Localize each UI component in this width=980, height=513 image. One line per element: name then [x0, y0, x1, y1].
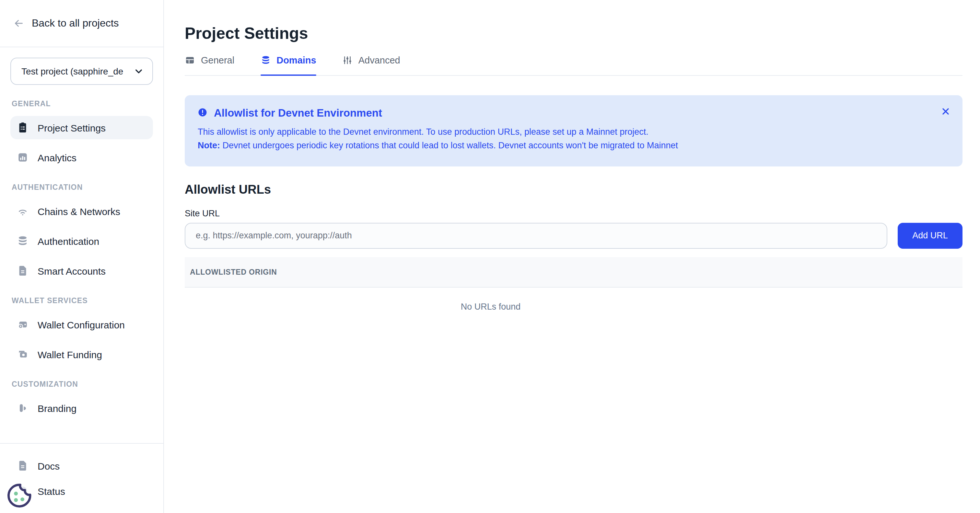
branding-icon — [17, 402, 29, 414]
tab-label: General — [201, 54, 234, 67]
section-label-general: GENERAL — [12, 100, 153, 108]
file-icon — [17, 265, 29, 276]
project-selector-value: Test project (sapphire_de — [21, 66, 123, 76]
database-icon — [17, 235, 29, 247]
sidebar-item-docs[interactable]: Docs — [10, 454, 153, 477]
sidebar-item-label: Wallet Configuration — [38, 319, 125, 330]
banner-note-text: Devnet undergoes periodic key rotations … — [220, 141, 678, 150]
banner-note-label: Note: — [198, 141, 220, 150]
banner-line-1: This allowlist is only applicable to the… — [198, 125, 950, 139]
close-icon[interactable] — [940, 106, 951, 117]
grid-icon — [185, 55, 195, 65]
banner-title-row: Allowlist for Devnet Environment — [198, 106, 950, 120]
allowlisted-origin-column-header: ALLOWLISTED ORIGIN — [190, 268, 277, 276]
sidebar: Back to all projects Test project (sapph… — [0, 0, 164, 513]
sidebar-item-label: Project Settings — [38, 122, 106, 133]
url-input-row: Add URL — [185, 222, 963, 248]
project-selector-dropdown[interactable]: Test project (sapphire_de — [10, 58, 153, 85]
banner-body: This allowlist is only applicable to the… — [198, 125, 950, 152]
sidebar-item-label: Analytics — [38, 152, 76, 163]
wifi-icon — [17, 205, 29, 217]
tab-advanced[interactable]: Advanced — [342, 54, 400, 75]
sidebar-item-authentication[interactable]: Authentication — [10, 229, 153, 253]
page-title: Project Settings — [185, 23, 963, 43]
sidebar-item-label: Smart Accounts — [38, 265, 106, 276]
section-label-customization: CUSTOMIZATION — [12, 380, 153, 388]
back-link-label: Back to all projects — [32, 17, 119, 29]
banner-line-2: Note: Devnet undergoes periodic key rota… — [198, 139, 950, 152]
sidebar-nav: GENERAL Project Settings Analytics AUTHE… — [0, 96, 163, 422]
cookie-consent-icon[interactable] — [6, 482, 33, 509]
tab-label: Domains — [277, 54, 316, 67]
sidebar-item-wallet-configuration[interactable]: Wallet Configuration — [10, 313, 153, 336]
sidebar-item-label: Wallet Funding — [38, 349, 102, 360]
sidebar-item-label: Status — [38, 486, 65, 497]
sidebar-item-label: Branding — [38, 403, 76, 414]
sidebar-item-project-settings[interactable]: Project Settings — [10, 116, 153, 139]
section-label-authentication: AUTHENTICATION — [12, 183, 153, 191]
alert-circle-icon — [198, 108, 207, 118]
sliders-icon — [342, 55, 353, 65]
clipboard-icon — [17, 122, 29, 133]
allowlist-urls-heading: Allowlist URLs — [185, 181, 963, 198]
allowlist-table-header: ALLOWLISTED ORIGIN — [185, 257, 963, 287]
back-to-projects-link[interactable]: Back to all projects — [0, 0, 163, 47]
wallet-cash-icon — [17, 348, 29, 360]
sidebar-item-wallet-funding[interactable]: Wallet Funding — [10, 343, 153, 366]
banner-title: Allowlist for Devnet Environment — [214, 106, 382, 120]
site-url-label: Site URL — [185, 208, 963, 219]
bar-chart-icon — [17, 152, 29, 163]
empty-state-message: No URLs found — [185, 301, 797, 313]
devnet-allowlist-banner: Allowlist for Devnet Environment This al… — [185, 95, 963, 167]
sidebar-item-label: Chains & Networks — [38, 206, 120, 217]
sidebar-item-analytics[interactable]: Analytics — [10, 146, 153, 169]
sidebar-item-chains-networks[interactable]: Chains & Networks — [10, 200, 153, 223]
chevron-down-icon — [133, 65, 145, 77]
sidebar-item-branding[interactable]: Branding — [10, 396, 153, 420]
tab-label: Advanced — [358, 54, 400, 67]
app-window: Back to all projects Test project (sapph… — [0, 0, 980, 513]
tab-general[interactable]: General — [185, 54, 234, 75]
add-url-button[interactable]: Add URL — [898, 222, 963, 248]
database-icon — [260, 55, 270, 65]
sidebar-item-smart-accounts[interactable]: Smart Accounts — [10, 259, 153, 283]
sidebar-item-label: Docs — [38, 460, 60, 471]
section-label-wallet-services: WALLET SERVICES — [12, 297, 153, 305]
arrow-left-icon — [13, 17, 25, 29]
docs-icon — [17, 460, 29, 472]
tab-domains[interactable]: Domains — [260, 54, 316, 75]
site-url-input[interactable] — [185, 222, 887, 248]
wallet-gear-icon — [17, 319, 29, 330]
main-content: Project Settings General Domains Advance… — [164, 0, 980, 513]
sidebar-item-label: Authentication — [38, 235, 99, 246]
tab-bar: General Domains Advanced — [185, 54, 963, 76]
